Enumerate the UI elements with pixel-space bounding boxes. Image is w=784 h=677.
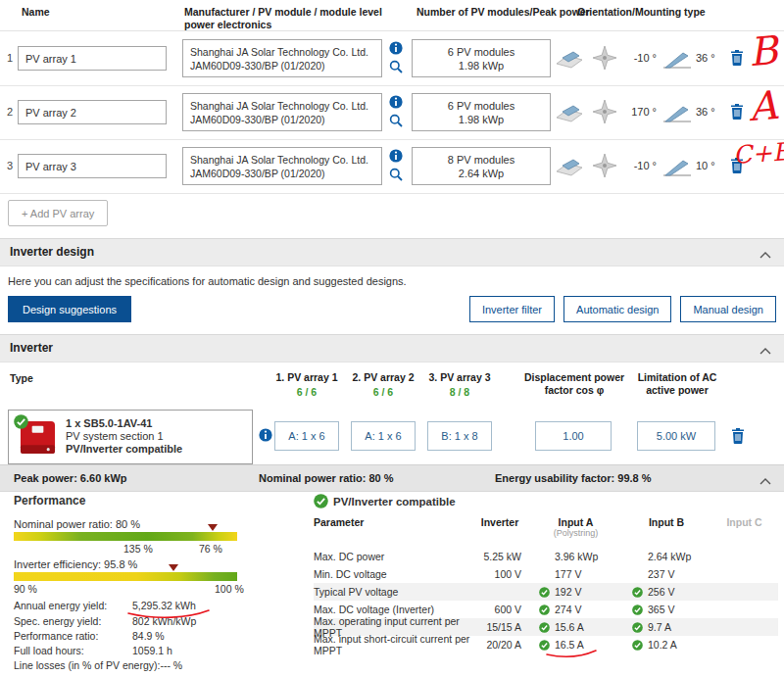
module-manufacturer: Shanghai JA Solar Technology Co. Ltd. [190,45,374,59]
compass-icon [592,45,617,73]
ok-check-icon [539,604,555,615]
inverter-title: Inverter [10,335,53,362]
inverter-value: 20/20 A [470,639,529,651]
delete-row-icon[interactable] [730,104,744,121]
delete-row-icon[interactable] [730,50,744,68]
module-count: 8 PV modules [413,153,550,167]
input-b-value: 365 V [648,604,674,615]
module-search-icon[interactable] [389,60,403,75]
array1-count: 6 / 6 [265,386,349,398]
module-info-icon[interactable] [389,149,403,165]
usability-summary: Energy usability factor: 99.8 % [495,465,652,491]
input-b-cell: 10.2 A [622,639,710,651]
automatic-design-button[interactable]: Automatic design [564,296,671,322]
input-a-value: 3.96 kWp [555,551,598,562]
inverter-efficiency-gauge [14,572,237,581]
array3-allocation[interactable]: B: 1 x 8 [427,421,492,451]
peak-power: 2.64 kWp [413,167,550,180]
pv-array-name-input[interactable] [18,100,167,124]
module-manufacturer: Shanghai JA Solar Technology Co. Ltd. [190,153,374,167]
input-a-value: 192 V [555,586,581,598]
pv-array-row: 3 Shanghai JA Solar Technology Co. Ltd. … [0,139,784,194]
collapse-chevron-icon[interactable] [760,249,771,261]
inverter-design-title: Inverter design [10,239,94,266]
col-header-array1: 1. PV array 1 [265,371,349,384]
mounting-type-icon[interactable] [555,99,584,126]
azimuth-value: -10 ° [619,151,657,180]
tilt-value: 36 ° [696,43,715,73]
module-type: JAM60D09-330/BP (01/2020) [190,113,374,126]
stat-row: Full load hours:1059.1 h [14,645,172,657]
pv-array-name-input[interactable] [18,46,167,71]
collapse-chevron-icon[interactable] [760,475,771,487]
peak-power: 1.98 kWp [413,59,550,73]
module-count-box[interactable]: 6 PV modules 1.98 kWp [412,93,551,131]
mounting-type-icon[interactable] [555,153,584,180]
manual-design-button[interactable]: Manual design [680,296,776,322]
col-header-cos-phi: Displacement power factor cos φ [517,371,631,397]
pv-design-page: Name Manufacturer / PV module / module l… [0,0,784,677]
pv-array-name-input[interactable] [18,154,167,178]
col-input-c: Input C [710,516,778,528]
col-input-b: Input B [622,516,710,528]
add-pv-array-button[interactable]: + Add PV array [8,200,108,226]
module-search-icon[interactable] [389,114,403,129]
tilt-value: 36 ° [696,97,715,126]
performance-title: Performance [14,494,85,508]
compat-row: Min. DC voltage 100 V 177 V 237 V [314,565,778,583]
azimuth-value: 170 ° [619,97,657,126]
module-info-icon[interactable] [389,95,403,111]
pv-array-row: 2 Shanghai JA Solar Technology Co. Ltd. … [0,85,784,140]
param-name: Min. DC voltage [314,568,470,580]
azimuth-value: -10 ° [619,43,657,73]
ok-check-icon [539,587,555,598]
ac-limit-value[interactable]: 5.00 kW [637,421,715,451]
param-name: Typical PV voltage [314,586,470,598]
design-suggestions-button[interactable]: Design suggestions [8,296,131,322]
delete-row-icon[interactable] [730,158,744,175]
ok-check-icon [632,640,648,651]
gauge2-label: Inverter efficiency: 95.8 % [14,558,137,570]
col-inverter: Inverter [470,516,529,528]
module-info-icon[interactable] [389,41,403,57]
inverter-value: 600 V [470,604,529,615]
stat-row: Line losses (in % of PV energy):--- % [14,659,182,672]
input-a-cell: 3.96 kWp [529,551,622,562]
compat-title: PV/Inverter compatible [333,496,456,508]
collapse-chevron-icon[interactable] [760,345,771,357]
inverter-filter-button[interactable]: Inverter filter [469,296,555,322]
module-selector[interactable]: Shanghai JA Solar Technology Co. Ltd. JA… [182,147,382,185]
input-b-cell: 365 V [622,604,710,615]
col-header-manufacturer: Manufacturer / PV module / module level … [184,6,408,31]
input-a-cell: 15.6 A [529,621,622,633]
module-selector[interactable]: Shanghai JA Solar Technology Co. Ltd. JA… [182,93,382,131]
results-summary-bar: Peak power: 6.60 kWp Nominal power ratio… [0,464,784,492]
design-actions: Inverter filter Automatic design Manual … [469,296,776,322]
compass-icon [592,99,617,126]
inverter-compat-label: PV/Inverter compatible [66,443,182,456]
module-count-box[interactable]: 8 PV modules 2.64 kWp [412,147,551,185]
module-selector[interactable]: Shanghai JA Solar Technology Co. Ltd. JA… [182,39,382,77]
inverter-details: 1 x SB5.0-1AV-41 PV system section 1 PV/… [66,417,182,456]
compat-row: Max. input short-circuit current per MPP… [314,636,778,653]
gauge1-tick1: 135 % [123,543,153,555]
module-search-icon[interactable] [389,168,403,183]
inverter-info-icon[interactable] [259,428,272,444]
array2-allocation[interactable]: A: 1 x 6 [351,421,416,451]
mounting-type-icon[interactable] [555,45,584,73]
input-b-cell: 256 V [622,586,710,598]
module-count: 6 PV modules [413,99,550,113]
array1-allocation[interactable]: A: 1 x 6 [274,421,339,451]
module-count-box[interactable]: 6 PV modules 1.98 kWp [412,39,551,77]
inverter-selector[interactable]: 1 x SB5.0-1AV-41 PV system section 1 PV/… [8,410,253,464]
compat-row: Typical PV voltage 192 V 256 V [314,583,778,601]
stat-label: Line losses (in % of PV energy): [14,659,160,672]
cos-phi-value[interactable]: 1.00 [535,421,612,451]
stat-value: 5,295.32 kWh [132,600,196,611]
delete-inverter-icon[interactable] [731,428,745,446]
inverter-design-description: Here you can adjust the specifications f… [8,275,407,287]
tilt-icon [662,102,692,125]
input-a-value: 274 V [555,604,581,615]
gauge2-tick2: 100 % [215,583,244,595]
stat-label: Annual energy yield: [14,600,132,612]
